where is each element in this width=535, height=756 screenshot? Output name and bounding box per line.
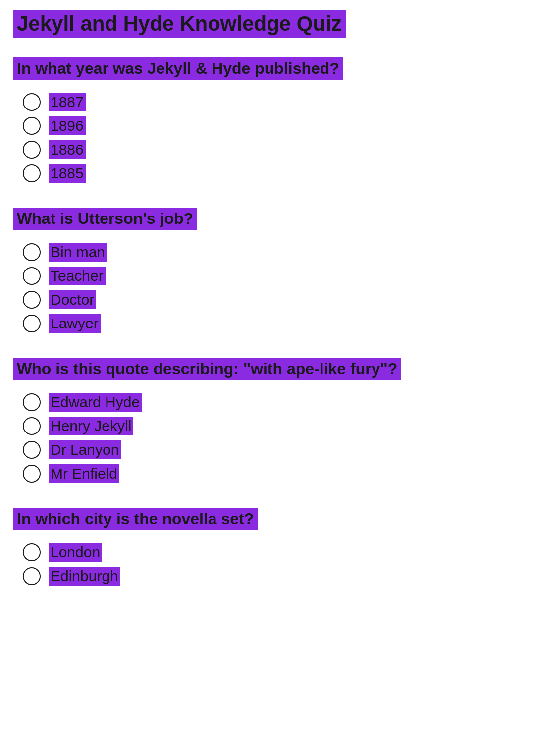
question-text-4: In which city is the novella set? bbox=[13, 508, 258, 530]
option-item: Edinburgh bbox=[23, 567, 522, 586]
option-item: Doctor bbox=[23, 290, 522, 309]
question-text-3: Who is this quote describing: "with ape-… bbox=[13, 358, 401, 380]
radio-q3-2[interactable] bbox=[23, 417, 41, 435]
option-item: Henry Jekyll bbox=[23, 417, 522, 435]
option-label: Mr Enfield bbox=[49, 464, 119, 483]
quiz-title: Jekyll and Hyde Knowledge Quiz bbox=[13, 10, 346, 38]
question-text-1: In what year was Jekyll & Hyde published… bbox=[13, 57, 343, 80]
option-label: Dr Lanyon bbox=[49, 440, 121, 459]
option-item: 1886 bbox=[23, 140, 522, 159]
option-label: Doctor bbox=[49, 290, 96, 309]
radio-q3-3[interactable] bbox=[23, 441, 41, 459]
option-item: 1896 bbox=[23, 116, 522, 135]
radio-q2-4[interactable] bbox=[23, 315, 41, 332]
option-label: 1885 bbox=[49, 164, 86, 183]
option-item: Edward Hyde bbox=[23, 393, 522, 412]
option-label: Henry Jekyll bbox=[49, 417, 133, 435]
radio-q2-1[interactable] bbox=[23, 243, 41, 261]
option-label: 1886 bbox=[49, 140, 86, 159]
option-item: Lawyer bbox=[23, 314, 522, 333]
question-block-1: In what year was Jekyll & Hyde published… bbox=[13, 57, 522, 183]
question-block-4: In which city is the novella set?LondonE… bbox=[13, 508, 522, 586]
option-item: 1887 bbox=[23, 93, 522, 111]
radio-q2-3[interactable] bbox=[23, 291, 41, 309]
option-item: 1885 bbox=[23, 164, 522, 183]
option-label: 1887 bbox=[49, 93, 86, 111]
radio-q2-2[interactable] bbox=[23, 267, 41, 285]
option-item: Teacher bbox=[23, 267, 522, 285]
radio-q3-1[interactable] bbox=[23, 393, 41, 411]
radio-q1-4[interactable] bbox=[23, 164, 41, 182]
radio-q3-4[interactable] bbox=[23, 465, 41, 483]
option-label: London bbox=[49, 543, 102, 562]
radio-q4-1[interactable] bbox=[23, 543, 41, 561]
option-item: Bin man bbox=[23, 243, 522, 262]
option-label: Bin man bbox=[49, 243, 107, 262]
option-label: 1896 bbox=[49, 116, 86, 135]
question-block-2: What is Utterson's job?Bin manTeacherDoc… bbox=[13, 208, 522, 333]
option-item: Mr Enfield bbox=[23, 464, 522, 483]
option-item: Dr Lanyon bbox=[23, 440, 522, 459]
radio-q4-2[interactable] bbox=[23, 567, 41, 585]
question-block-3: Who is this quote describing: "with ape-… bbox=[13, 358, 522, 483]
radio-q1-2[interactable] bbox=[23, 117, 41, 135]
option-label: Teacher bbox=[49, 267, 106, 285]
radio-q1-1[interactable] bbox=[23, 93, 41, 111]
option-item: London bbox=[23, 543, 522, 562]
option-label: Edinburgh bbox=[49, 567, 120, 586]
radio-q1-3[interactable] bbox=[23, 141, 41, 159]
question-text-2: What is Utterson's job? bbox=[13, 208, 197, 230]
option-label: Lawyer bbox=[49, 314, 101, 333]
option-label: Edward Hyde bbox=[49, 393, 142, 412]
